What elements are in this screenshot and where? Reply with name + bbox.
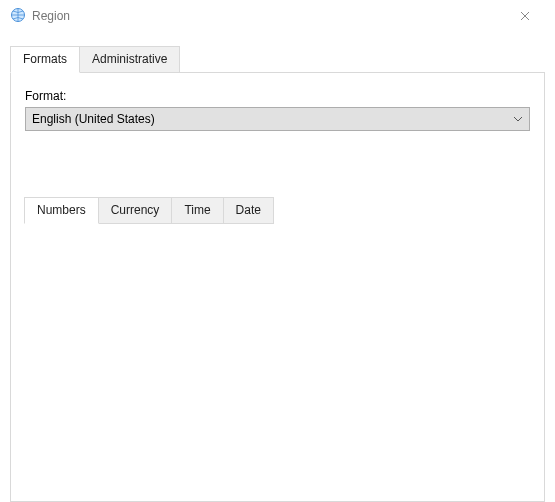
- globe-icon: [10, 7, 26, 26]
- region-client: Formats Administrative Format: English (…: [0, 34, 555, 502]
- tab-numbers-label: Numbers: [37, 203, 86, 217]
- tab-currency-label: Currency: [111, 203, 160, 217]
- tab-formats[interactable]: Formats: [10, 46, 80, 73]
- tab-numbers[interactable]: Numbers: [24, 197, 99, 224]
- chevron-down-icon: [513, 116, 523, 122]
- tab-date[interactable]: Date: [223, 197, 274, 224]
- region-tabbody: Format: English (United States): [10, 72, 545, 502]
- tab-formats-label: Formats: [23, 52, 67, 66]
- region-tabstrip: Formats Administrative: [10, 46, 545, 73]
- format-label: Format:: [25, 89, 530, 103]
- tab-currency[interactable]: Currency: [98, 197, 173, 224]
- region-titlebar: Region: [0, 0, 555, 32]
- format-combo[interactable]: English (United States): [25, 107, 530, 131]
- close-icon[interactable]: [503, 1, 547, 31]
- tab-time[interactable]: Time: [171, 197, 223, 224]
- format-value: English (United States): [32, 112, 155, 126]
- customize-tabstrip: Numbers Currency Time Date: [24, 197, 534, 224]
- tab-date-label: Date: [236, 203, 261, 217]
- tab-time-label: Time: [184, 203, 210, 217]
- tab-administrative-label: Administrative: [92, 52, 167, 66]
- tab-administrative[interactable]: Administrative: [79, 46, 180, 73]
- region-title: Region: [32, 9, 70, 23]
